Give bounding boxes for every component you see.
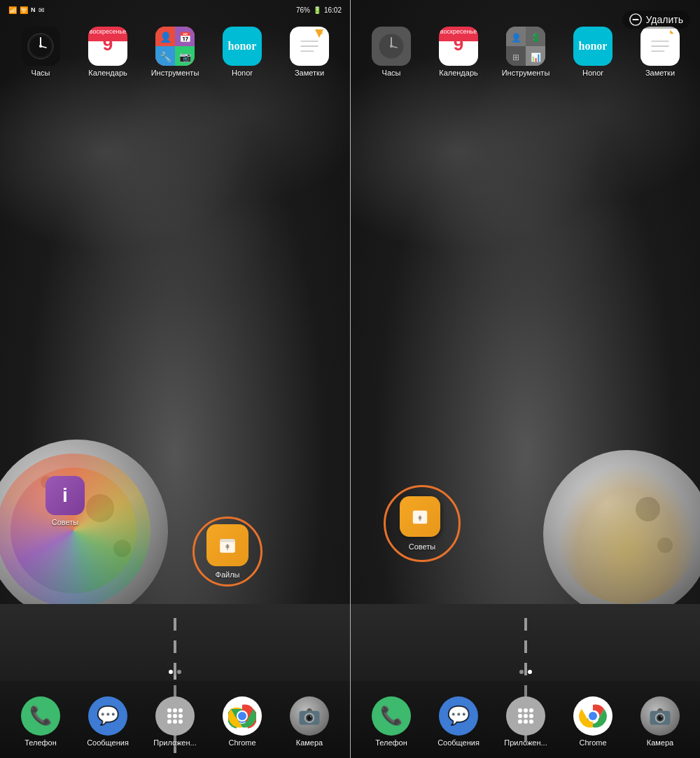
dot-2-left [177,670,181,674]
apps-dock-icon-right [506,696,545,736]
svg-rect-20 [220,539,235,542]
svg-point-27 [173,714,177,718]
messages-icon-emoji: 💬 [97,705,119,727]
app-clock-right[interactable]: Часы [363,27,419,78]
svg-point-65 [518,708,522,713]
delete-button[interactable]: Удалить [622,10,690,29]
svg-point-71 [518,720,522,724]
svg-point-29 [167,720,172,724]
apps-dock-icon [155,696,195,736]
tips-app-left[interactable]: i Советы [46,476,85,527]
camera-svg [297,703,322,729]
chrome-svg [228,702,256,730]
merged-icon-container [400,496,444,541]
tips-label-left: Советы [52,518,78,527]
calendar-icon-right: воскресенье 9 [439,27,478,66]
tools-label-right: Инструменты [502,69,550,78]
clock-label: Часы [31,69,50,78]
dock-messages-right[interactable]: 💬 Сообщения [430,696,486,748]
dock-messages-left[interactable]: 💬 Сообщения [80,696,136,748]
notes-icon-right [640,27,680,66]
chrome-svg-right [579,702,607,730]
svg-text:👤: 👤 [511,32,522,43]
app-clock-left[interactable]: Часы [13,27,69,78]
svg-point-23 [167,708,172,713]
svg-point-31 [178,720,183,724]
svg-point-70 [529,714,533,718]
honor-label-right: Honor [582,69,603,78]
svg-point-67 [529,708,533,713]
signal-icon: 📶 [8,6,17,14]
mail-icon: ✉ [38,6,44,14]
svg-text:📷: 📷 [179,51,192,63]
dock-apps-right[interactable]: Приложен... [498,696,554,748]
files-app-left[interactable]: Файлы [206,524,248,580]
dock-phone-left[interactable]: 📞 Телефон [13,696,69,748]
honor-icon: honor [223,27,262,66]
tools-icon: 👤 📅 🔧 📷 [155,27,195,66]
top-apps-left: Часы воскресенье 9 Календарь 👤 📅 [0,27,350,78]
app-calendar-left[interactable]: воскресенье 9 Календарь [80,27,136,78]
svg-text:📊: 📊 [531,52,541,62]
notes-svg-right [643,29,678,64]
dock-chrome-left[interactable]: Chrome [214,696,270,748]
phone-dock-icon-right: 📞 [372,696,411,736]
apps-label: Приложен... [153,738,196,748]
apps-grid-icon-right [515,706,536,727]
phone-label: Телефон [24,738,57,748]
svg-point-47 [390,45,393,48]
merged-files-svg [408,505,432,528]
clock-icon [21,27,60,66]
svg-point-30 [173,720,177,724]
dock-apps-left[interactable]: Приложен... [147,696,203,748]
camera-dock-icon-right [640,696,680,736]
tips-files-merged-app[interactable]: Советы [400,496,444,552]
app-tools-right[interactable]: 👤 💲 ⊞ 📊 Инструменты [498,27,554,78]
app-honor-left[interactable]: honor Honor [214,27,270,78]
dot-1-right [519,670,524,674]
page-dots-left [169,670,181,674]
notes-label: Заметки [295,69,324,78]
clock-icon-right [372,27,411,66]
dock-phone-right[interactable]: 📞 Телефон [363,696,419,748]
phone-icon-emoji-right: 📞 [380,705,402,727]
wifi-icon: 🛜 [20,6,28,14]
clock-svg [27,32,55,60]
svg-point-41 [310,716,312,717]
svg-point-25 [178,708,183,713]
svg-point-72 [524,720,528,724]
delete-icon [629,13,642,26]
svg-text:🔧: 🔧 [160,51,172,63]
dock-chrome-right[interactable]: Chrome [565,696,621,748]
messages-icon-emoji-right: 💬 [447,705,470,727]
svg-point-66 [524,708,528,713]
apps-grid-icon [164,706,186,727]
status-left: 📶 🛜 N ✉ [8,6,44,14]
app-notes-left[interactable]: Заметки [281,27,337,78]
svg-point-4 [39,45,42,48]
battery-percent: 76% [296,6,310,14]
notes-svg [292,29,327,64]
app-tools-left[interactable]: 👤 📅 🔧 📷 Инструменты [147,27,203,78]
calendar-label: Календарь [88,69,127,78]
phone-dock-icon: 📞 [21,696,60,736]
calendar-icon: воскресенье 9 [88,27,127,66]
honor-text-right: honor [579,40,608,52]
apps-label-right: Приложен... [504,738,547,748]
app-notes-right[interactable]: Заметки [632,27,688,78]
time-display: 16:02 [324,6,342,14]
svg-text:💲: 💲 [531,32,541,43]
app-calendar-right[interactable]: воскресенье 9 Календарь [430,27,486,78]
messages-label: Сообщения [87,738,129,748]
dock-camera-right[interactable]: Камера [632,696,688,748]
dock-camera-left[interactable]: Камера [281,696,337,748]
tips-icon-left: i [46,476,85,515]
svg-point-26 [167,714,172,718]
chrome-dock-icon [223,696,262,736]
page-dots-right [519,670,532,674]
svg-point-73 [529,720,533,724]
app-honor-right[interactable]: honor Honor [565,27,621,78]
svg-point-35 [238,712,246,720]
left-screen: 📶 🛜 N ✉ 76% 🔋 16:02 Часы [0,0,350,758]
dock-left: 📞 Телефон 💬 Сообщения [0,681,350,758]
